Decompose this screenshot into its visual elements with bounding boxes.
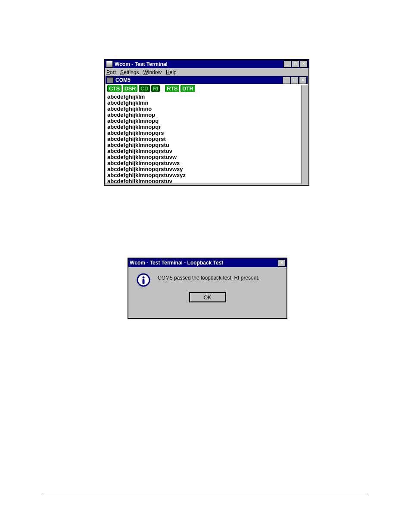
- lamp-cd: CD: [139, 85, 150, 92]
- lamp-dsr: DSR: [123, 85, 137, 92]
- child-titlebar[interactable]: COM5 _ □ ×: [106, 76, 308, 84]
- dialog-message: COM5 passed the loopback test. RI presen…: [158, 273, 259, 281]
- page-rule: [43, 496, 368, 496]
- close-icon[interactable]: ×: [300, 60, 308, 68]
- menubar: Port Settings Window Help: [105, 68, 308, 76]
- menu-help[interactable]: Help: [166, 69, 177, 75]
- menu-port[interactable]: Port: [106, 69, 116, 75]
- svg-point-1: [143, 277, 145, 279]
- ok-button[interactable]: OK: [189, 292, 226, 302]
- lamp-cts: CTS: [107, 85, 121, 92]
- lamp-dtr: DTR: [181, 85, 195, 92]
- child-maximize-icon[interactable]: □: [291, 77, 299, 84]
- main-window: Wcom - Test Terminal _ □ × Port Settings…: [104, 59, 309, 186]
- dialog-titlebar[interactable]: Wcom - Test Terminal - Loopback Test ×: [128, 258, 286, 267]
- menu-settings[interactable]: Settings: [120, 69, 139, 75]
- menu-window[interactable]: Window: [143, 69, 162, 75]
- info-icon: [136, 273, 151, 288]
- main-titlebar[interactable]: Wcom - Test Terminal _ □ ×: [105, 60, 308, 68]
- maximize-icon[interactable]: □: [292, 60, 299, 68]
- main-title: Wcom - Test Terminal: [115, 61, 283, 67]
- dialog-title: Wcom - Test Terminal - Loopback Test: [130, 260, 277, 266]
- port-icon: [107, 77, 114, 83]
- signal-lamps: CTSDSRCDRIRTSDTR: [106, 84, 308, 93]
- app-icon: [106, 61, 113, 68]
- terminal-output: abcdefghijklm abcdefghijklmn abcdefghijk…: [106, 93, 308, 183]
- loopback-dialog: Wcom - Test Terminal - Loopback Test × C…: [128, 258, 287, 319]
- child-minimize-icon[interactable]: _: [283, 77, 290, 84]
- lamp-rts: RTS: [165, 85, 179, 92]
- child-title: COM5: [115, 77, 131, 83]
- child-close-icon[interactable]: ×: [299, 77, 307, 84]
- dialog-close-icon[interactable]: ×: [278, 259, 286, 267]
- minimize-icon[interactable]: _: [283, 60, 291, 68]
- scrollbar[interactable]: [301, 85, 308, 184]
- svg-rect-2: [143, 279, 145, 284]
- lamp-ri: RI: [151, 85, 160, 92]
